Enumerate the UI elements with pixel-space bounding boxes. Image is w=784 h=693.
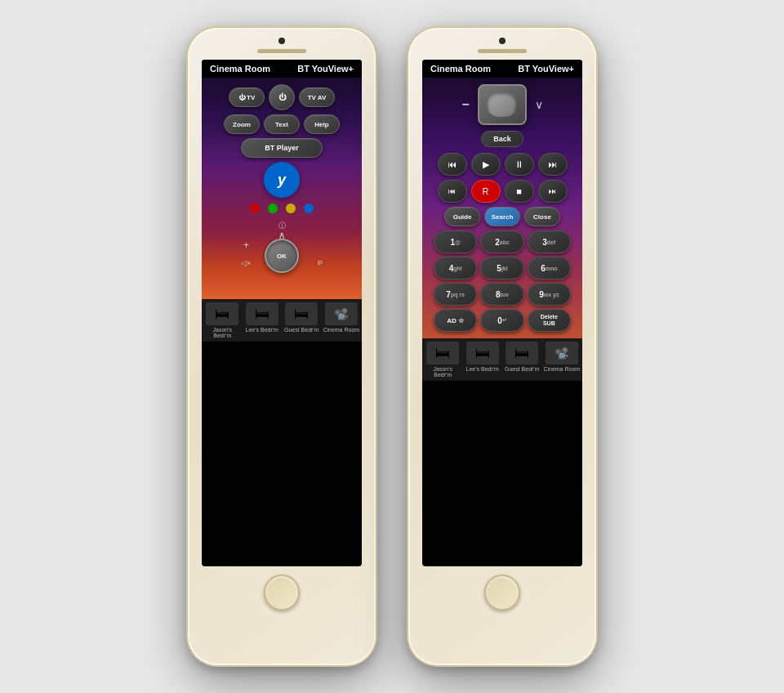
btn-vol-down[interactable]: ◁×: [241, 259, 251, 267]
btn-prev[interactable]: ⏮: [438, 180, 467, 203]
btn-pause[interactable]: ⏸: [505, 153, 534, 176]
tab2-guest-bedroom[interactable]: 🛏 Guest Bedr'm: [503, 342, 541, 378]
phone1-top: [188, 28, 376, 60]
btn-8[interactable]: 8tuv: [480, 283, 523, 306]
btn-ch-down[interactable]: P: [318, 259, 323, 267]
phone-1: Cinema Room BT YouView+ ⏻ TV ⏻ TV AV Zoo…: [188, 28, 376, 665]
btn-zoom[interactable]: Zoom: [224, 114, 260, 134]
row-2: Zoom Text Help: [224, 114, 340, 134]
btn-tvav[interactable]: TV AV: [299, 87, 335, 107]
btn-nav-down[interactable]: ∨: [535, 98, 543, 111]
tab2-label-1: Jason's Bedr'm: [424, 366, 462, 378]
btn-vol-up[interactable]: +: [243, 239, 249, 251]
back-btn-area: Back: [481, 131, 523, 147]
btn-rec[interactable]: R: [471, 180, 501, 203]
nav-joystick[interactable]: [478, 84, 527, 125]
btn-btplayer[interactable]: BT Player: [241, 138, 323, 158]
color-dots-row: [250, 203, 314, 213]
btn-stop[interactable]: ■: [505, 180, 534, 203]
phone2-bottom: [484, 566, 520, 610]
btn-2[interactable]: 2abc: [480, 230, 523, 253]
tab2-thumb-4: 📽️: [546, 342, 578, 364]
phones-container: Cinema Room BT YouView+ ⏻ TV ⏻ TV AV Zoo…: [188, 28, 596, 665]
guide-row: Guide Search Close: [444, 207, 560, 226]
btn-play[interactable]: ▶: [471, 153, 501, 176]
device-label: BT YouView+: [297, 64, 354, 74]
tab2-lees-bedroom[interactable]: 🛏 Lee's Bedr'm: [464, 342, 502, 378]
phone1-bottom: [264, 566, 300, 610]
tab2-jasons-bedroom[interactable]: 🛏 Jason's Bedr'm: [424, 342, 462, 378]
btn-close[interactable]: Close: [524, 207, 560, 226]
btn-minus[interactable]: −: [461, 97, 469, 112]
btn-4[interactable]: 4ghi: [434, 257, 477, 279]
dot-blue[interactable]: [304, 203, 314, 213]
btn-6[interactable]: 6mno: [528, 257, 571, 279]
tab-thumb-4: 📽️: [325, 302, 358, 325]
front-camera-2: [499, 38, 506, 44]
room-label: Cinema Room: [210, 64, 270, 74]
tab2-label-2: Lee's Bedr'm: [466, 366, 499, 372]
tab-label-2: Lee's Bedr'm: [246, 327, 278, 333]
tab-label-1: Jason's Bedr'm: [203, 327, 242, 338]
btn-back[interactable]: Back: [481, 131, 523, 147]
btn-delete[interactable]: DeleteSUB: [528, 309, 571, 332]
dpad: ⓘ ∧ + OK ◁× P: [237, 219, 327, 293]
btn-3[interactable]: 3def: [528, 230, 571, 253]
phone1-screen: Cinema Room BT YouView+ ⏻ TV ⏻ TV AV Zoo…: [202, 60, 362, 566]
speaker: [257, 49, 306, 53]
tab-lees-bedroom[interactable]: 🛏 Lee's Bedr'm: [243, 302, 282, 338]
btn-power[interactable]: ⏻: [269, 84, 295, 110]
tab2-thumb-1: 🛏: [426, 342, 459, 364]
btn-7[interactable]: 7pq rs: [434, 283, 477, 306]
media-row-1: ⏮ ▶ ⏸ ⏭: [438, 153, 568, 176]
dot-green[interactable]: [268, 203, 278, 213]
btn-youview[interactable]: y: [264, 162, 300, 198]
bottom-tabs-2: 🛏 Jason's Bedr'm 🛏 Lee's Bedr'm 🛏 Guest …: [422, 338, 582, 381]
youview-logo: y: [278, 172, 286, 189]
btn-next[interactable]: ⏭: [538, 180, 568, 203]
room-label-2: Cinema Room: [430, 64, 491, 74]
tab-guest-bedroom[interactable]: 🛏 Guest Bedr'm: [283, 302, 321, 338]
remote-body: ⏻ TV ⏻ TV AV Zoom Text Help BT Player: [202, 78, 362, 299]
home-button[interactable]: [264, 575, 300, 610]
btn-help[interactable]: Help: [304, 114, 340, 134]
media-row-2: ⏮ R ■ ⏭: [438, 180, 568, 203]
bottom-tabs: 🛏 Jason's Bedr'm 🛏 Lee's Bedr'm 🛏 Guest …: [202, 299, 362, 342]
tab-thumb-2: 🛏: [246, 302, 278, 325]
screen-header: Cinema Room BT YouView+: [202, 60, 362, 78]
btn-9[interactable]: 9wx yz: [528, 283, 571, 306]
tab2-label-4: Cinema Room: [543, 366, 580, 372]
device-label-2: BT YouView+: [518, 64, 574, 74]
tab-label-4: Cinema Room: [323, 327, 359, 333]
tab2-thumb-2: 🛏: [466, 342, 499, 364]
tab-cinema-room[interactable]: 📽️ Cinema Room: [323, 302, 361, 338]
remote-body-2: − ∨ Back ⏮ ▶ ⏸ ⏭: [422, 78, 582, 338]
btn-text[interactable]: Text: [264, 114, 300, 134]
btn-0[interactable]: 0↵: [480, 309, 523, 332]
btn-ad[interactable]: AD ☆: [434, 309, 477, 332]
btn-1[interactable]: 1@: [434, 230, 477, 253]
dot-yellow[interactable]: [286, 203, 296, 213]
btn-5[interactable]: 5jkl: [480, 257, 523, 279]
tab-label-3: Guest Bedr'm: [284, 327, 319, 333]
btn-rew[interactable]: ⏮: [438, 153, 467, 176]
phone2-top: [408, 28, 596, 60]
dot-red[interactable]: [250, 203, 260, 213]
phone2-screen: Cinema Room BT YouView+ − ∨ Back: [422, 60, 582, 566]
home-button-2[interactable]: [484, 575, 520, 610]
joystick-ball: [488, 92, 516, 117]
btn-search[interactable]: Search: [484, 207, 520, 226]
btn-tv[interactable]: ⏻ TV: [229, 87, 265, 107]
row-1: ⏻ TV ⏻ TV AV: [229, 84, 335, 110]
tab-jasons-bedroom[interactable]: 🛏 Jason's Bedr'm: [203, 302, 242, 338]
row-yv: y: [264, 162, 300, 198]
tab2-label-3: Guest Bedr'm: [505, 366, 540, 372]
row-3: BT Player: [241, 138, 323, 158]
tab2-thumb-3: 🛏: [506, 342, 538, 364]
tab-thumb-1: 🛏: [206, 302, 238, 325]
btn-guide[interactable]: Guide: [444, 207, 480, 226]
speaker-2: [478, 49, 527, 53]
tab2-cinema-room[interactable]: 📽️ Cinema Room: [543, 342, 581, 378]
btn-ffwd[interactable]: ⏭: [538, 153, 568, 176]
btn-ok[interactable]: OK: [265, 239, 299, 273]
